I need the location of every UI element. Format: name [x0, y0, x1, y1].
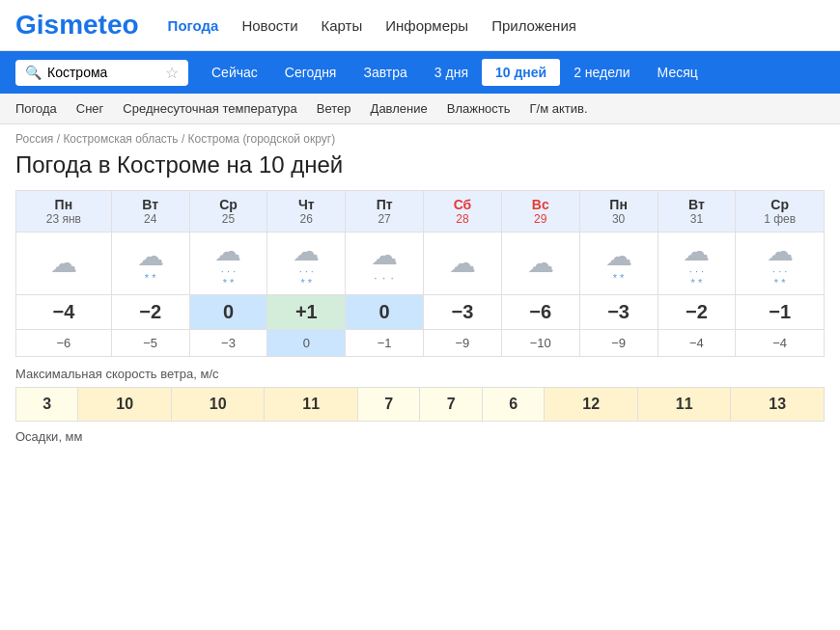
wind-value: 3 — [16, 388, 78, 422]
day-header: Пн23 янв — [16, 191, 112, 233]
logo: Gismeteo — [15, 10, 139, 41]
weather-icon-cell: ☁ — [424, 233, 502, 295]
weather-icon-cell: ☁ — [501, 233, 579, 295]
wind-value: 11 — [637, 388, 731, 422]
temp-high: −2 — [111, 295, 189, 330]
sub-nav: ПогодаСнегСреднесуточная температураВете… — [0, 94, 840, 124]
weather-icon-cell: ☁* * — [579, 233, 658, 295]
cloud-icon: ☁ — [506, 250, 575, 277]
time-nav-item-10 дней[interactable]: 10 дней — [482, 59, 560, 86]
time-nav: СейчасСегодняЗавтра3 дня10 дней2 неделиМ… — [198, 59, 712, 86]
temp-low: −5 — [111, 330, 189, 357]
temp-low: −1 — [346, 330, 424, 357]
search-icon: 🔍 — [25, 65, 42, 80]
time-nav-item-Завтра[interactable]: Завтра — [350, 59, 420, 86]
sub-nav-item[interactable]: Ветер — [317, 99, 351, 118]
favorite-icon[interactable]: ☆ — [165, 64, 179, 82]
search-input[interactable] — [47, 65, 154, 80]
cloud-icon: ☁ — [116, 243, 185, 270]
weather-icon-cell: ☁· · · — [346, 233, 424, 295]
weather-icon-cell: ☁ — [16, 233, 112, 295]
temp-high: −4 — [16, 295, 112, 330]
wind-label: Максимальная скорость ветра, м/с — [15, 367, 825, 381]
day-header: Вт31 — [658, 191, 736, 233]
cloud-icon: ☁ — [428, 250, 497, 277]
weather-icon-cell: ☁· · ·* * — [658, 233, 736, 295]
wind-value: 12 — [545, 388, 638, 422]
time-nav-item-Сегодня[interactable]: Сегодня — [271, 59, 350, 86]
breadcrumb-part[interactable]: Кострома (городской округ) — [188, 132, 336, 146]
wind-value: 7 — [420, 388, 482, 422]
cloud-icon: ☁ — [194, 238, 264, 265]
sub-nav-item[interactable]: Снег — [76, 99, 104, 118]
time-nav-item-3 дня[interactable]: 3 дня — [421, 59, 482, 86]
precip-section: Осадки, мм — [0, 422, 840, 444]
temp-high: −6 — [501, 295, 579, 330]
cloud-icon: ☁ — [20, 250, 107, 277]
header: Gismeteo ПогодаНовостиКартыИнформерыПрил… — [0, 0, 840, 51]
day-header: Ср1 фев — [736, 191, 825, 233]
temp-high: 0 — [346, 295, 424, 330]
weather-icon-cell: ☁· · ·* * — [189, 233, 267, 295]
main-nav-item-Погода[interactable]: Погода — [168, 17, 219, 34]
wind-section: Максимальная скорость ветра, м/с 3101011… — [0, 357, 840, 422]
sub-nav-item[interactable]: Г/м актив. — [530, 99, 588, 118]
main-nav: ПогодаНовостиКартыИнформерыПриложения — [168, 17, 576, 34]
temp-high: 0 — [189, 295, 267, 330]
temp-high: −3 — [579, 295, 658, 330]
cloud-icon: ☁ — [662, 238, 732, 265]
day-header: Пн30 — [579, 191, 658, 233]
temp-low: −9 — [579, 330, 658, 357]
time-nav-item-2 недели[interactable]: 2 недели — [560, 59, 643, 86]
main-nav-item-Информеры[interactable]: Информеры — [385, 17, 468, 34]
temp-low: −4 — [736, 330, 825, 357]
wind-value: 7 — [357, 388, 419, 422]
temp-high: −3 — [424, 295, 502, 330]
day-header: Вс29 — [501, 191, 579, 233]
weather-icon-cell: ☁· · ·* * — [267, 233, 346, 295]
sub-nav-item[interactable]: Давление — [371, 99, 428, 118]
breadcrumb: Россия / Костромская область / Кострома … — [0, 124, 840, 148]
sub-nav-item[interactable]: Влажность — [447, 99, 511, 118]
day-header: Сб28 — [424, 191, 502, 233]
time-nav-item-Месяц[interactable]: Месяц — [644, 59, 712, 86]
precip-label: Осадки, мм — [15, 429, 825, 444]
temp-low: −9 — [424, 330, 502, 357]
search-bar: 🔍 ☆ СейчасСегодняЗавтра3 дня10 дней2 нед… — [0, 51, 840, 94]
sub-nav-item[interactable]: Погода — [15, 99, 57, 118]
temp-low: −10 — [501, 330, 579, 357]
page-title: Погода в Костроме на 10 дней — [0, 148, 840, 190]
weather-table: Пн23 янвВт24Ср25Чт26Пт27Сб28Вс29Пн30Вт31… — [0, 190, 840, 357]
weather-icon-cell: ☁* * — [111, 233, 189, 295]
day-header: Вт24 — [111, 191, 189, 233]
breadcrumb-part[interactable]: Костромская область — [63, 132, 178, 146]
weather-icon-cell: ☁· · ·* * — [736, 233, 825, 295]
day-header: Ср25 — [189, 191, 267, 233]
temp-high: +1 — [267, 295, 346, 330]
temp-low: 0 — [267, 330, 346, 357]
temp-high: −1 — [736, 295, 825, 330]
wind-value: 11 — [265, 388, 358, 422]
wind-value: 10 — [171, 388, 265, 422]
sub-nav-item[interactable]: Среднесуточная температура — [123, 99, 296, 118]
main-nav-item-Приложения[interactable]: Приложения — [491, 17, 576, 34]
cloud-icon: ☁ — [271, 238, 341, 265]
time-nav-item-Сейчас[interactable]: Сейчас — [198, 59, 271, 86]
cloud-icon: ☁ — [740, 238, 820, 265]
main-nav-item-Новости[interactable]: Новости — [241, 17, 297, 34]
day-header: Пт27 — [346, 191, 424, 233]
search-input-wrap: 🔍 ☆ — [15, 60, 188, 86]
temp-low: −4 — [658, 330, 736, 357]
cloud-icon: ☁ — [584, 243, 654, 270]
temp-high: −2 — [658, 295, 736, 330]
temp-low: −3 — [189, 330, 267, 357]
wind-value: 13 — [731, 388, 825, 422]
breadcrumb-part[interactable]: Россия — [15, 132, 53, 146]
temp-low: −6 — [16, 330, 112, 357]
day-header: Чт26 — [267, 191, 346, 233]
cloud-icon: ☁ — [350, 242, 419, 269]
wind-value: 6 — [482, 388, 544, 422]
wind-value: 10 — [78, 388, 172, 422]
main-nav-item-Карты[interactable]: Карты — [322, 17, 363, 34]
